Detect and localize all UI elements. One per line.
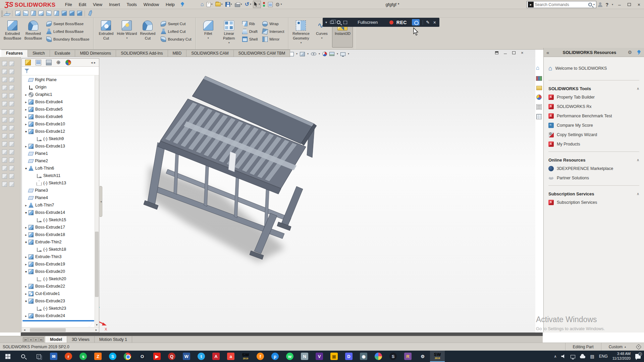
chevron-down-icon[interactable]: ▾ xyxy=(241,3,242,6)
tree-item[interactable]: (-) Sketch13 xyxy=(22,179,99,187)
filter-funnel-icon[interactable] xyxy=(24,69,29,73)
tree-item[interactable]: Plane1 xyxy=(22,150,99,157)
expander-icon[interactable] xyxy=(24,93,28,97)
task-pane-item[interactable]: Performance Benchmark Test xyxy=(548,111,640,121)
expander-icon[interactable] xyxy=(24,108,28,111)
recorder-menu-chevron-icon[interactable]: ▾ xyxy=(325,20,327,24)
display-style-icon[interactable] xyxy=(300,52,305,56)
tree-item[interactable]: Boss-Extrude17 xyxy=(22,224,99,231)
chevron-down-icon[interactable]: ▾ xyxy=(296,53,298,55)
tree-item[interactable]: Boss-Extrude4 xyxy=(22,98,99,106)
taskbar-app[interactable]: A xyxy=(209,351,223,362)
tree-item[interactable]: Sketch11 xyxy=(22,172,99,179)
view-right-button[interactable] xyxy=(37,10,45,17)
task-pane-item[interactable]: Copy Settings Wizard xyxy=(548,130,640,139)
menu-item[interactable]: View xyxy=(90,1,106,8)
expander-icon[interactable] xyxy=(24,270,28,274)
fillet-button[interactable]: Fillet▾ xyxy=(198,19,219,48)
menu-item[interactable]: File xyxy=(62,1,75,8)
chevron-down-icon[interactable]: ▾ xyxy=(211,3,213,6)
expander-icon[interactable] xyxy=(24,100,28,104)
edit-appearance-icon[interactable] xyxy=(322,52,327,56)
options-button[interactable]: ⚙▾ xyxy=(274,1,283,8)
chevron-down-icon[interactable]: ▾ xyxy=(300,42,302,44)
tree-item[interactable]: Boss-Extrude14 xyxy=(22,209,99,216)
taskbar-app[interactable]: Q xyxy=(164,351,179,362)
wrap-button[interactable]: Wrap xyxy=(261,20,285,27)
expander-icon[interactable] xyxy=(24,144,28,148)
record-dot-icon[interactable] xyxy=(389,20,393,24)
tree-item[interactable]: Graphic1 xyxy=(22,91,99,98)
chevron-down-icon[interactable]: ▾ xyxy=(231,3,232,6)
left-toolbar[interactable] xyxy=(0,57,21,333)
chevron-down-icon[interactable]: ▾ xyxy=(307,53,309,55)
taskbar-app[interactable] xyxy=(371,351,386,362)
tree-item[interactable]: (-) Sketch18 xyxy=(22,246,99,253)
expander-icon[interactable] xyxy=(24,299,28,303)
notification-center-icon[interactable]: 1 xyxy=(635,354,641,359)
help-button[interactable]: ? xyxy=(605,2,608,7)
boundary-boss-base-button[interactable]: Boundary Boss/Base xyxy=(45,36,91,43)
expander-icon[interactable] xyxy=(24,226,28,229)
taskbar-app[interactable]: Z xyxy=(91,351,105,362)
view-trimetric-button[interactable] xyxy=(68,10,75,17)
view-top-button[interactable] xyxy=(45,10,52,17)
taskbar-app[interactable]: SW 2019 xyxy=(238,351,253,362)
collapse-panel-icon[interactable]: « xyxy=(546,50,549,55)
lofted-boss-base-button[interactable]: Lofted Boss/Base xyxy=(45,28,91,35)
taskbar-app[interactable]: t xyxy=(194,351,209,362)
taskbar-app[interactable]: S xyxy=(386,351,400,362)
ribbon-tab[interactable]: SOLIDWORKS CAM TBM xyxy=(234,50,290,57)
boundary-cut-button[interactable]: Boundary Cut xyxy=(159,36,193,43)
taskbar-app[interactable]: S xyxy=(105,351,120,362)
expander-icon[interactable] xyxy=(24,211,28,215)
chevron-down-icon[interactable]: ▾ xyxy=(321,37,322,40)
task-pane-item[interactable]: Property Tab Builder xyxy=(548,93,640,102)
document-tab[interactable]: 3D Views xyxy=(67,336,95,343)
chevron-down-icon[interactable]: ▾ xyxy=(126,37,127,40)
scroll-left-icon[interactable]: ◂ xyxy=(22,328,27,331)
taskbar-app[interactable]: W xyxy=(179,351,194,362)
normal-to-button[interactable] xyxy=(3,10,11,17)
resources-home-icon[interactable]: ⌂ xyxy=(536,65,542,71)
task-pane-item[interactable]: Compare My Score xyxy=(548,121,640,130)
pin-panel-icon[interactable] xyxy=(637,50,641,55)
task-pane-item[interactable]: Partner Solutions xyxy=(548,173,640,183)
taskbar-app[interactable]: ✉ xyxy=(46,351,61,362)
menu-item[interactable]: Window xyxy=(140,1,162,8)
tree-horizontal-scrollbar[interactable]: ◂ ▸ xyxy=(22,327,99,332)
rebuild-button[interactable] xyxy=(262,1,266,8)
search-scope-icon[interactable]: ▸ xyxy=(528,2,534,7)
last-tab-icon[interactable]: ▸| xyxy=(39,337,44,342)
gear-icon[interactable]: ⚙ xyxy=(628,50,632,55)
network-icon[interactable] xyxy=(571,355,575,358)
task-pane-item[interactable]: My Products xyxy=(548,139,640,149)
scrollbar-thumb[interactable] xyxy=(30,328,66,332)
view-settings-icon[interactable] xyxy=(340,52,345,56)
open-button[interactable]: ▾ xyxy=(214,1,224,8)
reference-geometry-button[interactable]: Reference Geometry▾ xyxy=(290,19,311,48)
scrollbar-thumb[interactable] xyxy=(95,232,99,297)
record-zoom-icon[interactable] xyxy=(337,20,340,24)
collapse-section-icon[interactable]: ∧ xyxy=(637,158,639,162)
expander-icon[interactable] xyxy=(24,233,28,237)
ribbon-tab[interactable]: SOLIDWORKS CAM xyxy=(186,50,233,57)
taskbar-search-button[interactable] xyxy=(15,351,31,362)
tree-item[interactable]: Boss-Extrude13 xyxy=(22,142,99,150)
task-pane-item[interactable]: SOLIDWORKS Rx xyxy=(548,102,640,111)
first-tab-icon[interactable]: |◂ xyxy=(23,337,28,342)
record-button[interactable]: REC xyxy=(396,20,407,25)
tree-item[interactable]: Extrude-Thin3 xyxy=(22,253,99,260)
file-explorer-icon[interactable] xyxy=(536,86,542,90)
tree-item[interactable]: Loft-Thin7 xyxy=(22,201,99,209)
expander-icon[interactable] xyxy=(24,292,28,296)
view-back-button[interactable] xyxy=(22,10,29,17)
chevron-down-icon[interactable]: ▾ xyxy=(228,42,230,44)
scroll-down-icon[interactable]: ▾ xyxy=(95,322,99,327)
view-palette-icon[interactable] xyxy=(536,114,542,119)
save-button[interactable]: ▾ xyxy=(224,1,233,8)
toolbar-grip[interactable] xyxy=(1,10,3,17)
tree-item[interactable]: Loft-Thin6 xyxy=(22,165,99,172)
taskbar-app[interactable]: w xyxy=(282,351,297,362)
view-isometric-button[interactable] xyxy=(60,10,68,17)
